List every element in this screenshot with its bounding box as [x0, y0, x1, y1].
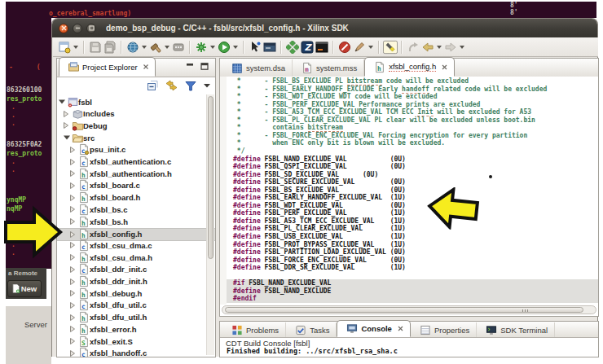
target-globe-icon[interactable]: [125, 40, 140, 55]
expand-arrow-icon[interactable]: [70, 242, 75, 248]
panel-tab-sdk-terminal[interactable]: SDK Terminal: [477, 322, 555, 337]
expand-arrow-icon[interactable]: [70, 182, 75, 189]
highlighter-toggle-icon[interactable]: [383, 40, 398, 55]
debug-gear-icon[interactable]: [194, 40, 209, 55]
collapse-arrow-icon[interactable]: [64, 135, 70, 140]
tree-item-xfsbl-board-c[interactable]: cxfsbl_board.c: [57, 180, 205, 191]
expand-arrow-icon[interactable]: [70, 206, 75, 213]
dark-terminal-icon[interactable]: [315, 40, 329, 55]
link-with-editor-icon[interactable]: [165, 80, 178, 91]
minimize-view-icon[interactable]: [186, 63, 194, 70]
editor-hscroll-thumb[interactable]: [225, 307, 583, 313]
editor-horizontal-scrollbar[interactable]: [222, 305, 596, 314]
launch-rocket-icon[interactable]: [352, 40, 367, 55]
save-all-icon[interactable]: [103, 40, 117, 55]
tree-item-xfsbl-authentication-h[interactable]: hxfsbl_authentication.h: [57, 168, 205, 179]
expand-arrow-icon[interactable]: [64, 122, 68, 129]
pointer-select-icon[interactable]: [248, 40, 262, 55]
expand-arrow-icon[interactable]: [70, 338, 75, 344]
profile-gauge-icon[interactable]: [337, 40, 352, 55]
dropdown-arrow-icon[interactable]: [437, 46, 442, 49]
dropdown-arrow-icon[interactable]: [233, 46, 238, 49]
close-icon[interactable]: [398, 326, 403, 331]
expand-arrow-icon[interactable]: [70, 290, 75, 296]
new-button[interactable]: New: [7, 280, 42, 297]
maximize-view-icon[interactable]: [200, 63, 209, 70]
tree-item-xfsbl-bs-c[interactable]: cxfsbl_bs.c: [57, 204, 205, 215]
expand-arrow-icon[interactable]: [70, 350, 75, 357]
panel-tab-console[interactable]: Console: [337, 320, 410, 337]
expand-arrow-icon[interactable]: [70, 218, 75, 225]
expand-arrow-icon[interactable]: [70, 170, 75, 177]
expand-arrow-icon[interactable]: [70, 147, 75, 153]
toolbar-separator: [401, 41, 403, 54]
dropdown-arrow-icon[interactable]: [460, 46, 464, 49]
panel-tab-tasks[interactable]: Tasks: [286, 322, 337, 337]
filter-icon[interactable]: [185, 81, 196, 91]
zynq-z-icon[interactable]: Z: [300, 40, 315, 55]
tree-scrollbar[interactable]: [206, 94, 214, 355]
tree-item-xfsbl-exit-s[interactable]: Sxfsbl_exit.S: [57, 335, 205, 347]
tree-item-xfsbl-ddr-init-c[interactable]: cxfsbl_ddr_init.c: [57, 264, 205, 275]
expand-arrow-icon[interactable]: [70, 326, 75, 332]
tree-item-xfsbl-dfu-util-c[interactable]: cxfsbl_dfu_util.c: [57, 300, 205, 311]
expand-arrow-icon[interactable]: [70, 278, 75, 285]
window-close-button[interactable]: [59, 24, 68, 33]
expand-arrow-icon[interactable]: [64, 111, 68, 117]
collapse-arrow-icon[interactable]: [59, 99, 65, 104]
tree-item-xfsbl-authentication-c[interactable]: cxfsbl_authentication.c: [57, 156, 205, 168]
code-area[interactable]: * - FSBL_BS_EXCLUDE PL bitstream code wi…: [227, 77, 598, 306]
tree-item-debug[interactable]: Debug: [57, 120, 205, 131]
editor-tab-system-dsa[interactable]: system.dsa: [222, 59, 293, 77]
tree-item-psu-init-c[interactable]: cpsu_init.c: [57, 144, 205, 156]
collapse-all-icon[interactable]: [147, 80, 158, 91]
tree-item-xfsbl-dfu-util-h[interactable]: hxfsbl_dfu_util.h: [57, 312, 205, 323]
new-wizard-icon[interactable]: [57, 40, 72, 55]
build-hammer-icon[interactable]: [148, 40, 163, 55]
editor-tab-system-mss[interactable]: msystem.mss: [293, 59, 364, 77]
panel-tab-properties[interactable]: Properties: [411, 322, 477, 337]
dropdown-arrow-icon[interactable]: [368, 46, 373, 49]
tree-item-fsbl[interactable]: fsbl: [57, 96, 205, 107]
tab-project-explorer[interactable]: Project Explorer: [59, 57, 156, 77]
dropdown-arrow-icon[interactable]: [165, 46, 169, 49]
close-icon[interactable]: [442, 64, 447, 70]
tree-item-xfsbl-csu-dma-h[interactable]: hxfsbl_csu_dma.h: [57, 252, 205, 263]
expand-arrow-icon[interactable]: [70, 254, 75, 261]
expand-arrow-icon[interactable]: [70, 195, 75, 201]
dropdown-arrow-icon[interactable]: [142, 46, 147, 49]
tree-scrollbar-thumb[interactable]: [208, 96, 213, 259]
save-icon[interactable]: [88, 40, 103, 55]
close-icon[interactable]: [143, 64, 148, 69]
panel-tab-problems[interactable]: Problems: [222, 322, 286, 337]
run-icon[interactable]: [217, 40, 231, 55]
clover-icon[interactable]: [285, 40, 300, 55]
last-edit-location-icon[interactable]: [406, 40, 420, 55]
tree-item-xfsbl-handoff-c[interactable]: cxfsbl_handoff.c: [57, 348, 205, 357]
tree-item-xfsbl-board-h[interactable]: hxfsbl_board.h: [57, 192, 205, 204]
tree-item-xfsbl-bs-h[interactable]: hxfsbl_bs.h: [57, 216, 205, 227]
tree-item-xfsbl-csu-dma-c[interactable]: cxfsbl_csu_dma.c: [57, 239, 205, 251]
tree-item-includes[interactable]: Includes: [57, 108, 205, 120]
window-maximize-button[interactable]: [86, 24, 96, 33]
expand-arrow-icon[interactable]: [70, 159, 75, 165]
window-minimize-button[interactable]: [73, 24, 82, 33]
dropdown-arrow-icon[interactable]: [73, 46, 78, 49]
forward-arrow-icon[interactable]: [443, 40, 458, 55]
tree-item-xfsbl-error-h[interactable]: hxfsbl_error.h: [57, 323, 205, 335]
tree-item-xfsbl-debug-h[interactable]: hxfsbl_debug.h: [57, 287, 205, 299]
expand-arrow-icon[interactable]: [70, 302, 75, 309]
dropdown-arrow-icon[interactable]: [210, 46, 215, 49]
tree-item-xfsbl-ddr-init-h[interactable]: hxfsbl_ddr_init.h: [57, 276, 205, 287]
tree-item-src[interactable]: src: [57, 132, 205, 143]
expand-arrow-icon[interactable]: [70, 231, 75, 238]
console-window-icon[interactable]: [262, 40, 277, 55]
editor-tab-label: system.mss: [316, 64, 357, 72]
expand-arrow-icon[interactable]: [70, 314, 75, 321]
back-arrow-icon[interactable]: [420, 40, 435, 55]
editor-tab-xfsbl-config-h[interactable]: hxfsbl_config.h: [364, 57, 455, 77]
expand-arrow-icon[interactable]: [70, 266, 75, 273]
explorer-minmax: [186, 63, 209, 70]
program-flash-icon[interactable]: [171, 40, 186, 55]
view-menu-icon[interactable]: [204, 84, 210, 88]
